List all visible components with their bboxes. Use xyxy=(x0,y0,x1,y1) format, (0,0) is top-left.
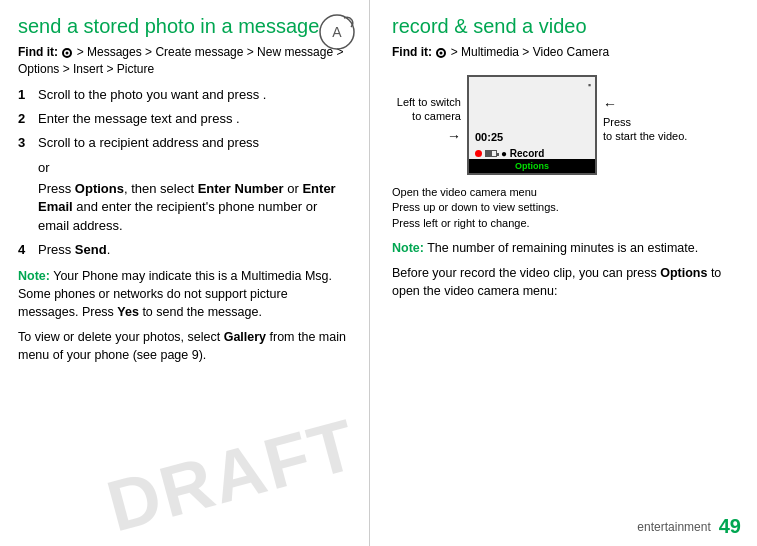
cam-diagram-below: Open the video camera menu Press up or d… xyxy=(392,185,739,231)
camera-label-left: Left to switch to camera → xyxy=(392,75,467,146)
cam-battery-fill xyxy=(486,151,492,156)
right-note-1: Note: The number of remaining minutes is… xyxy=(392,239,739,257)
step-4-num: 4 xyxy=(18,241,38,259)
camera-screen-inner: ▪ 00:25 ● Record Options xyxy=(469,77,595,173)
footer-label: entertainment xyxy=(637,520,710,534)
section-icon: A xyxy=(319,14,355,50)
cam-options-bar: Options xyxy=(469,159,595,173)
svg-text:A: A xyxy=(332,24,342,40)
step-4-text: Press Send. xyxy=(38,241,110,259)
right-note-2-text: Before your record the video clip, you c… xyxy=(392,266,721,298)
note-2-text: To view or delete your photos, select Ga… xyxy=(18,330,346,362)
camera-label-right: ← Press to start the video. xyxy=(597,75,692,144)
right-note-1-label: Note: xyxy=(392,241,424,255)
cam-record-label: ● Record xyxy=(501,148,544,159)
cam-icon-tr: ▪ xyxy=(588,80,591,90)
camera-screen: ▪ 00:25 ● Record Options xyxy=(467,75,597,175)
step-3-text: Scroll to a recipient address and press xyxy=(38,134,259,152)
right-find-it-label: Find it: xyxy=(392,45,432,59)
cam-record-dot xyxy=(475,150,482,157)
cam-left-line2: to camera xyxy=(412,110,461,122)
step-4: 4 Press Send. xyxy=(18,241,351,259)
nav-bullet-icon xyxy=(62,48,72,58)
step-2-num: 2 xyxy=(18,110,38,128)
find-it-label: Find it: xyxy=(18,45,58,59)
cam-right-arrow: ← xyxy=(603,95,692,113)
cam-right-line3: start the video. xyxy=(615,130,687,142)
note-1-label: Note: xyxy=(18,269,50,283)
cam-below-line1: Open the video camera menu xyxy=(392,186,537,198)
right-note-2: Before your record the video clip, you c… xyxy=(392,264,739,300)
left-find-it: Find it: > Messages > Create message > N… xyxy=(18,44,351,78)
step-2: 2 Enter the message text and press . xyxy=(18,110,351,128)
cam-left-arrow: → xyxy=(392,127,461,145)
cam-record-row: ● Record xyxy=(475,148,544,159)
note-1-text: Your Phone may indicate this is a Multim… xyxy=(18,269,332,319)
step-3: 3 Scroll to a recipient address and pres… xyxy=(18,134,351,152)
step-3-num: 3 xyxy=(18,134,38,152)
right-note-1-text: The number of remaining minutes is an es… xyxy=(427,241,698,255)
cam-battery xyxy=(485,150,497,157)
step-2-text: Enter the message text and press . xyxy=(38,110,240,128)
cam-right-line1: Press xyxy=(603,116,631,128)
or-line: or xyxy=(38,160,351,175)
note-2: To view or delete your photos, select Ga… xyxy=(18,328,351,364)
cam-below-line2: Press up or down to view settings. xyxy=(392,201,559,213)
step-1: 1 Scroll to the photo you want and press… xyxy=(18,86,351,104)
right-section: record & send a video Find it: > Multime… xyxy=(370,0,757,546)
note-1: Note: Your Phone may indicate this is a … xyxy=(18,267,351,321)
steps-list: 1 Scroll to the photo you want and press… xyxy=(18,86,351,153)
right-nav-bullet xyxy=(436,48,446,58)
press-options-text: Press Options, then select Enter Number … xyxy=(38,180,351,235)
draft-watermark: DRAFT xyxy=(99,403,366,546)
page-footer: entertainment 49 xyxy=(637,515,741,538)
cam-left-line1: Left to switch xyxy=(397,96,461,108)
left-section-title: send a stored photo in a message xyxy=(18,14,351,38)
cam-timer: 00:25 xyxy=(475,131,503,143)
camera-diagram: Left to switch to camera → ▪ 00:25 xyxy=(392,75,739,175)
left-section: A send a stored photo in a message Find … xyxy=(0,0,370,546)
right-section-title: record & send a video xyxy=(392,14,739,38)
right-find-it: Find it: > Multimedia > Video Camera xyxy=(392,44,739,61)
step-1-num: 1 xyxy=(18,86,38,104)
page-number: 49 xyxy=(719,515,741,538)
cam-right-line2: to xyxy=(603,130,612,142)
step-1-text: Scroll to the photo you want and press . xyxy=(38,86,266,104)
right-find-it-path: > Multimedia > Video Camera xyxy=(451,45,610,59)
cam-below-line3: Press left or right to change. xyxy=(392,217,530,229)
